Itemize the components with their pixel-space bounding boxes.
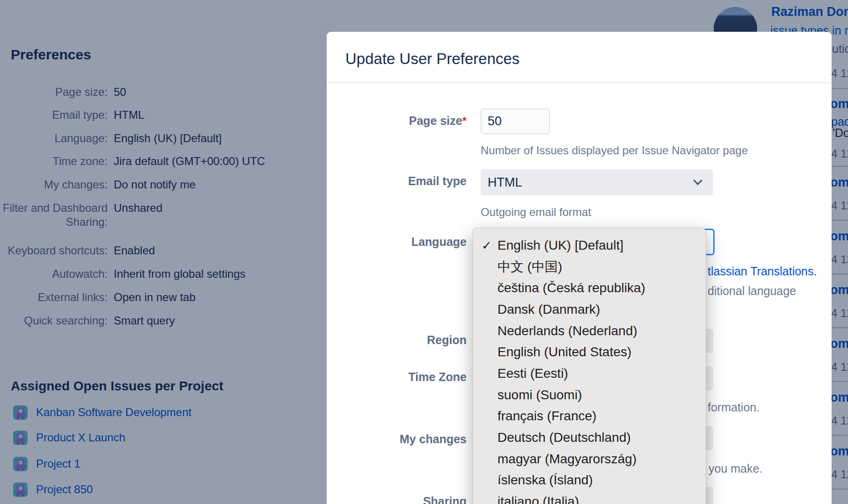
field-label-language: Language	[336, 235, 467, 249]
language-dropdown-menu: ✓English (UK) [Default] 中文 (中国) čeština …	[473, 228, 706, 504]
language-help-fragment: ditional language	[708, 284, 796, 298]
modal-title: Update User Preferences	[345, 50, 519, 68]
menu-item-german[interactable]: Deutsch (Deutschland)	[473, 427, 706, 448]
field-label-email-type: Email type	[336, 174, 467, 188]
modal-header-divider	[327, 82, 832, 83]
translations-link[interactable]: tlassian Translations.	[708, 265, 817, 278]
menu-item-dutch[interactable]: Nederlands (Nederland)	[473, 320, 706, 342]
time-zone-help-fragment: formation.	[708, 401, 760, 414]
menu-item-czech[interactable]: čeština (Česká republika)	[473, 277, 706, 299]
update-preferences-modal: Update User Preferences Page size* Numbe…	[327, 32, 832, 504]
email-type-select[interactable]: HTML	[481, 169, 713, 195]
email-type-value: HTML	[488, 175, 522, 190]
menu-item-english-us[interactable]: English (United States)	[473, 341, 706, 363]
menu-item-hungarian[interactable]: magyar (Magyarország)	[473, 448, 706, 470]
menu-item-finnish[interactable]: suomi (Suomi)	[473, 384, 706, 406]
field-label-sharing: Sharing	[336, 495, 467, 504]
menu-item-danish[interactable]: Dansk (Danmark)	[473, 299, 706, 320]
field-label-region: Region	[336, 333, 467, 347]
menu-item-chinese[interactable]: 中文 (中国)	[473, 256, 706, 278]
menu-item-english-uk[interactable]: ✓English (UK) [Default]	[473, 235, 706, 256]
page-size-input[interactable]	[481, 108, 550, 134]
field-label-my-changes: My changes	[336, 432, 467, 446]
chevron-down-icon	[693, 176, 702, 185]
menu-item-icelandic[interactable]: íslenska (Ísland)	[473, 470, 706, 491]
jira-preferences-screen: { "page": { "heading": "Preferences", "r…	[0, 0, 848, 504]
menu-item-italian[interactable]: italiano (Italia)	[473, 491, 706, 504]
menu-item-estonian[interactable]: Eesti (Eesti)	[473, 363, 706, 384]
field-label-page-size: Page size*	[336, 114, 467, 128]
menu-item-french[interactable]: français (France)	[473, 406, 706, 427]
field-label-time-zone: Time Zone	[336, 370, 467, 384]
email-type-help: Outgoing email format	[481, 206, 591, 219]
my-changes-help-fragment: you make.	[709, 462, 762, 475]
checkmark-icon: ✓	[482, 238, 492, 252]
required-asterisk: *	[462, 115, 467, 127]
page-size-help: Number of Issues displayed per Issue Nav…	[481, 144, 748, 157]
